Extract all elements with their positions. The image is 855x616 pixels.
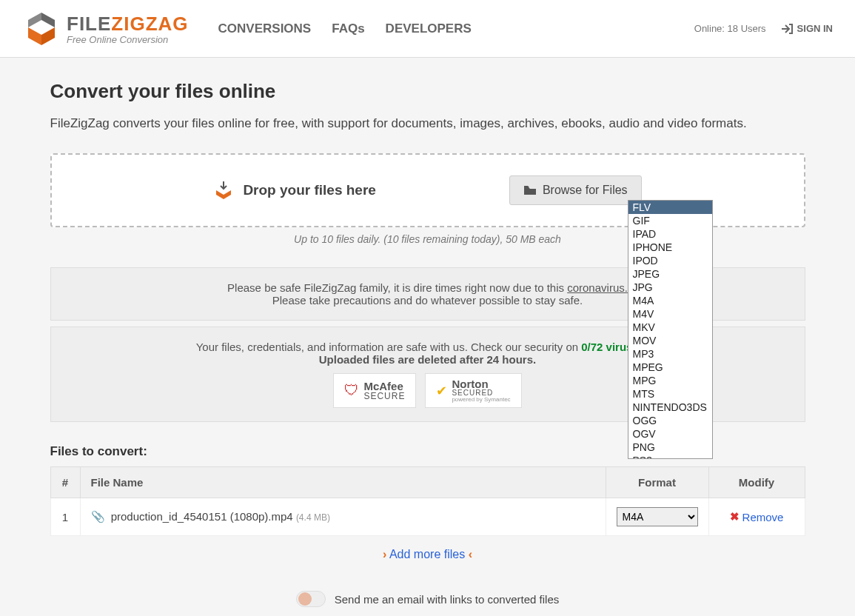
mcafee-badge[interactable]: 🛡 McAfee SECURE	[333, 373, 416, 408]
nav-conversions[interactable]: CONVERSIONS	[218, 21, 312, 36]
col-name: File Name	[80, 467, 606, 498]
col-num: #	[50, 467, 80, 498]
remove-label: Remove	[742, 511, 784, 523]
table-row: 1 📎 production_id_4540151 (1080p).mp4 (4…	[50, 498, 805, 536]
col-format: Format	[606, 467, 708, 498]
mcafee-top: McAfee	[363, 381, 405, 392]
add-more-files[interactable]: › Add more files ‹	[50, 548, 805, 561]
dropdown-option[interactable]: GIF	[628, 214, 712, 227]
logo-prefix: FILE	[67, 13, 111, 35]
remove-x-icon: ✖	[730, 510, 740, 523]
covid-text-pre: Please be safe FileZigZag family, it is …	[227, 281, 567, 294]
dropdown-option[interactable]: M4V	[628, 307, 712, 321]
signin-label: SIGN IN	[797, 23, 833, 34]
logo-subtitle: Free Online Conversion	[67, 34, 189, 45]
page-description: FileZigZag converts your files online fo…	[50, 116, 805, 131]
email-toggle[interactable]	[296, 591, 326, 607]
logo[interactable]: FILEZIGZAG Free Online Conversion	[22, 10, 189, 48]
browse-button[interactable]: Browse for Files	[509, 175, 642, 205]
mcafee-bottom: SECURE	[363, 392, 405, 401]
file-name: production_id_4540151 (1080p).mp4	[111, 510, 293, 523]
dropdown-option[interactable]: JPEG	[628, 267, 712, 281]
col-modify: Modify	[708, 467, 805, 498]
shield-icon: 🛡	[344, 382, 359, 399]
dropdown-option[interactable]: NINTENDO3DS	[628, 401, 712, 414]
file-size: (4.4 MB)	[296, 512, 330, 523]
header-right: Online: 18 Users SIGN IN	[694, 23, 833, 35]
nav-faqs[interactable]: FAQs	[332, 21, 364, 36]
dropdown-option[interactable]: JPG	[628, 281, 712, 294]
drop-icon	[213, 180, 234, 201]
chevron-left-icon: ‹	[469, 548, 472, 560]
dropdown-option[interactable]: MKV	[628, 321, 712, 334]
format-dropdown-open[interactable]: FLVGIFIPADIPHONEIPODJPEGJPGM4AM4VMKVMOVM…	[628, 200, 713, 459]
browse-label: Browse for Files	[543, 184, 628, 197]
email-toggle-row: Send me an email with links to converted…	[50, 591, 805, 607]
logo-text: FILEZIGZAG Free Online Conversion	[67, 13, 189, 45]
coronavirus-link[interactable]: coronavirus.	[567, 281, 628, 294]
signin-icon	[781, 23, 793, 35]
row-filename: 📎 production_id_4540151 (1080p).mp4 (4.4…	[80, 498, 606, 536]
attachment-icon: 📎	[91, 510, 105, 523]
email-toggle-label: Send me an email with links to converted…	[335, 593, 559, 606]
dropdown-option[interactable]: MOV	[628, 334, 712, 347]
nav: CONVERSIONS FAQs DEVELOPERS	[218, 21, 472, 36]
signin-button[interactable]: SIGN IN	[781, 23, 833, 35]
row-num: 1	[50, 498, 80, 536]
dropdown-option[interactable]: IPOD	[628, 254, 712, 267]
dropdown-option[interactable]: IPAD	[628, 227, 712, 241]
dropdown-option[interactable]: PNG	[628, 441, 712, 454]
covid-text-2: Please take precautions and do whatever …	[272, 294, 583, 307]
dropdown-option[interactable]: PS3	[628, 454, 712, 459]
dropdown-option[interactable]: OGV	[628, 427, 712, 441]
dropdown-option[interactable]: OGG	[628, 414, 712, 427]
files-table: # File Name Format Modify 1 📎 production…	[50, 466, 805, 536]
norton-badge[interactable]: ✔ Norton SECURED powered by Symantec	[425, 373, 521, 408]
check-icon: ✔	[436, 383, 447, 399]
remove-button[interactable]: ✖ Remove	[730, 510, 784, 523]
norton-top: Norton	[452, 378, 510, 389]
row-modify: ✖ Remove	[708, 498, 805, 536]
toggle-knob	[298, 592, 312, 606]
row-format: M4A	[606, 498, 708, 536]
dropdown-option[interactable]: MPG	[628, 374, 712, 387]
drop-label: Drop your files here	[243, 182, 376, 198]
format-select[interactable]: M4A	[617, 507, 698, 526]
page-title: Convert your files online	[50, 80, 805, 103]
security-text-pre: Your files, credentials, and information…	[196, 341, 582, 353]
dropdown-option[interactable]: MTS	[628, 387, 712, 401]
drop-label-wrap: Drop your files here	[213, 180, 376, 201]
norton-sub: powered by Symantec	[452, 397, 510, 403]
dropdown-option[interactable]: MPEG	[628, 361, 712, 374]
dropdown-option[interactable]: FLV	[628, 201, 712, 214]
logo-icon	[22, 10, 61, 48]
online-users: Online: 18 Users	[694, 23, 766, 34]
nav-developers[interactable]: DEVELOPERS	[386, 21, 472, 36]
security-text-2: Uploaded files are deleted after 24 hour…	[319, 353, 536, 366]
logo-accent: ZIGZAG	[111, 13, 188, 35]
dropdown-option[interactable]: IPHONE	[628, 241, 712, 254]
chevron-right-icon: ›	[383, 548, 386, 560]
dropdown-option[interactable]: MP3	[628, 347, 712, 361]
add-more-label: Add more files	[389, 548, 465, 560]
header: FILEZIGZAG Free Online Conversion CONVER…	[0, 0, 855, 58]
folder-icon	[523, 185, 537, 195]
dropdown-option[interactable]: M4A	[628, 294, 712, 307]
